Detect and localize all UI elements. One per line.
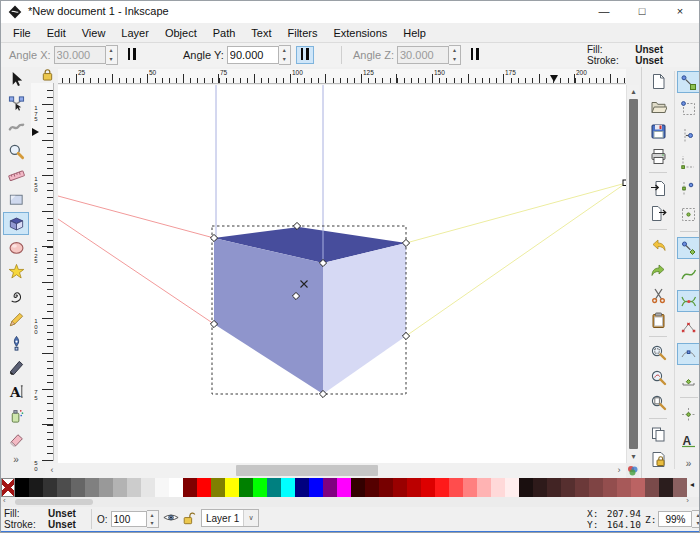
snap-bbox-edge-midpoints-button[interactable] — [677, 177, 700, 199]
command-import-button[interactable] — [646, 178, 670, 199]
tool-zoom[interactable] — [3, 140, 29, 163]
canvas[interactable] — [58, 85, 626, 463]
palette-swatch[interactable] — [127, 478, 141, 497]
scroll-right-icon[interactable]: › — [612, 463, 626, 478]
palette-swatch[interactable] — [407, 478, 421, 497]
vertical-scrollbar-thumb[interactable] — [629, 99, 638, 449]
tool-eraser[interactable] — [3, 428, 29, 451]
command-zoom-drawing-button[interactable] — [646, 367, 670, 388]
palette-swatch[interactable] — [15, 478, 29, 497]
palette-swatch[interactable] — [99, 478, 113, 497]
menu-text[interactable]: Text — [243, 25, 279, 41]
palette-swatch[interactable] — [43, 478, 57, 497]
3d-box-right-face[interactable] — [323, 243, 406, 394]
tool-rectangle[interactable] — [3, 188, 29, 211]
palette-swatch[interactable] — [673, 478, 687, 497]
palette-swatch[interactable] — [239, 478, 253, 497]
tool-node-editor[interactable] — [3, 92, 29, 115]
horizontal-ruler[interactable]: 255075100125150175200 — [58, 69, 626, 84]
perspective-line-x[interactable] — [58, 196, 214, 238]
palette-swatch[interactable] — [155, 478, 169, 497]
palette-swatch[interactable] — [295, 478, 309, 497]
palette-scroll-left-icon[interactable]: ◂ — [690, 480, 694, 489]
palette-swatch[interactable] — [379, 478, 393, 497]
palette-swatch[interactable] — [365, 478, 379, 497]
palette-swatch[interactable] — [141, 478, 155, 497]
maximize-button[interactable]: □ — [623, 1, 661, 23]
overflow-icon[interactable]: » — [686, 458, 692, 469]
command-zoom-page-button[interactable] — [646, 392, 670, 413]
snap-cusp-nodes-button[interactable] — [677, 317, 700, 339]
angle-z-parallel-toggle[interactable] — [466, 46, 484, 64]
command-new-document-button[interactable] — [646, 71, 670, 92]
snap-path-button[interactable] — [677, 264, 700, 286]
palette-swatch[interactable] — [463, 478, 477, 497]
palette-swatch[interactable] — [547, 478, 561, 497]
menu-view[interactable]: View — [74, 25, 114, 41]
palette-scrollbar-right-icon[interactable]: › — [686, 496, 689, 505]
close-button[interactable]: × — [661, 1, 699, 23]
menu-file[interactable]: File — [5, 25, 39, 41]
menu-edit[interactable]: Edit — [39, 25, 74, 41]
scroll-left-icon[interactable]: ‹ — [45, 463, 59, 478]
palette-swatch[interactable] — [645, 478, 659, 497]
layer-lock-icon[interactable] — [182, 511, 196, 525]
palette-swatch[interactable] — [659, 478, 673, 497]
horizontal-scrollbar-thumb[interactable] — [236, 465, 378, 476]
palette-swatch[interactable] — [631, 478, 645, 497]
scroll-up-icon[interactable]: ▴ — [627, 85, 640, 98]
palette-swatch[interactable] — [589, 478, 603, 497]
palette-swatch[interactable] — [491, 478, 505, 497]
color-managed-view-toggle[interactable] — [626, 463, 639, 478]
palette-scrollbar[interactable]: ‹ › — [1, 497, 700, 507]
zoom-input[interactable] — [658, 511, 692, 527]
tool-star[interactable] — [3, 260, 29, 283]
snap-bounding-box-button[interactable] — [677, 98, 700, 120]
tool-tweak[interactable] — [3, 116, 29, 139]
tool-ellipse[interactable] — [3, 236, 29, 259]
snap-bbox-corners-button[interactable] — [677, 151, 700, 173]
snap-bbox-edges-button[interactable] — [677, 124, 700, 146]
menu-help[interactable]: Help — [395, 25, 434, 41]
command-undo-button[interactable] — [646, 235, 670, 256]
angle-x-parallel-toggle[interactable] — [123, 46, 141, 64]
palette-swatch[interactable] — [435, 478, 449, 497]
snap-enable-button[interactable] — [677, 71, 700, 93]
menu-path[interactable]: Path — [205, 25, 244, 41]
palette-swatch[interactable] — [225, 478, 239, 497]
toolbox-overflow-icon[interactable]: » — [1, 454, 31, 465]
snap-text-baseline-button[interactable]: A — [677, 430, 700, 452]
palette-swatch[interactable] — [505, 478, 519, 497]
snap-path-intersections-button[interactable] — [677, 290, 700, 312]
angle-z-spinner[interactable]: ▴▾ — [449, 45, 461, 65]
palette-swatch[interactable] — [253, 478, 267, 497]
tool-spiral[interactable] — [3, 284, 29, 307]
snap-bbox-centers-button[interactable] — [677, 204, 700, 226]
palette-swatch[interactable] — [561, 478, 575, 497]
vertical-scrollbar[interactable]: ▴ ▾ — [626, 85, 639, 463]
opacity-spinner[interactable]: ▴▾ — [147, 510, 159, 528]
palette-swatch[interactable] — [267, 478, 281, 497]
minimize-button[interactable]: — — [585, 1, 623, 23]
palette-swatch[interactable] — [533, 478, 547, 497]
palette-swatch[interactable] — [449, 478, 463, 497]
menu-object[interactable]: Object — [157, 25, 205, 41]
tool-text[interactable]: A — [3, 380, 29, 403]
tool-spray[interactable] — [3, 404, 29, 427]
palette-swatch[interactable] — [197, 478, 211, 497]
palette-swatch[interactable] — [71, 478, 85, 497]
command-save-button[interactable] — [646, 121, 670, 142]
palette-swatch[interactable] — [281, 478, 295, 497]
palette-swatch[interactable] — [421, 478, 435, 497]
vertical-ruler[interactable]: 1 7 51 5 01 2 51 0 07 55 0 — [31, 83, 54, 461]
angle-y-parallel-toggle[interactable] — [296, 46, 314, 64]
menu-filters[interactable]: Filters — [280, 25, 326, 41]
tool-pencil[interactable] — [3, 308, 29, 331]
angle-x-spinner[interactable]: ▴▾ — [106, 45, 118, 65]
angle-y-input[interactable] — [227, 46, 279, 64]
opacity-input[interactable] — [111, 511, 147, 527]
menu-extensions[interactable]: Extensions — [325, 25, 395, 41]
perspective-line-x[interactable] — [58, 219, 214, 324]
command-redo-button[interactable] — [646, 260, 670, 281]
3d-box-left-face[interactable] — [214, 238, 323, 394]
